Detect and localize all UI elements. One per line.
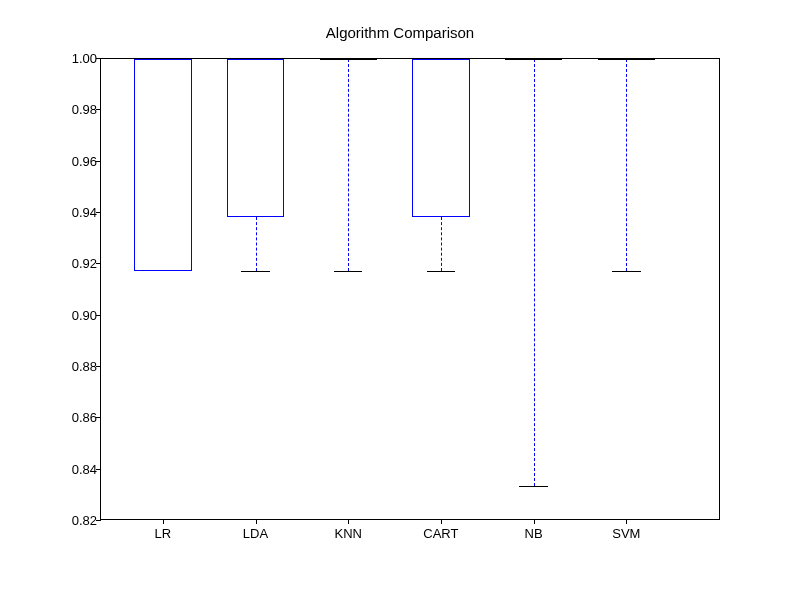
x-tick-label: LR bbox=[154, 526, 171, 541]
whisker-knn-low bbox=[348, 59, 349, 271]
x-tick-mark bbox=[534, 519, 535, 524]
y-tick-label: 0.98 bbox=[72, 102, 97, 117]
whisker-svm-low bbox=[626, 59, 627, 271]
y-tick-label: 0.90 bbox=[72, 307, 97, 322]
x-tick-mark bbox=[441, 519, 442, 524]
cap-knn-low bbox=[334, 271, 362, 272]
chart-title: Algorithm Comparison bbox=[326, 24, 474, 41]
whisker-nb-low bbox=[534, 59, 535, 486]
box-nb-collapsed bbox=[505, 59, 562, 60]
cap-lda-low bbox=[241, 271, 269, 272]
x-tick-label: CART bbox=[423, 526, 458, 541]
x-tick-mark bbox=[256, 519, 257, 524]
x-tick-label: KNN bbox=[334, 526, 361, 541]
y-tick-label: 0.94 bbox=[72, 204, 97, 219]
cap-nb-low bbox=[519, 486, 547, 487]
whisker-lda-low bbox=[256, 217, 257, 271]
whisker-cart-low bbox=[441, 217, 442, 271]
x-tick-mark bbox=[348, 519, 349, 524]
y-tick-label: 0.92 bbox=[72, 256, 97, 271]
x-tick-label: SVM bbox=[612, 526, 640, 541]
box-cart bbox=[412, 59, 469, 217]
x-tick-mark bbox=[163, 519, 164, 524]
cap-svm-low bbox=[612, 271, 640, 272]
x-tick-label: NB bbox=[525, 526, 543, 541]
box-lr bbox=[134, 59, 191, 271]
y-tick-label: 0.82 bbox=[72, 513, 97, 528]
cap-cart-low bbox=[427, 271, 455, 272]
y-axis: 0.82 0.84 0.86 0.88 0.90 0.92 0.94 0.96 … bbox=[0, 58, 100, 520]
plot-area: LR LDA KNN CART NB SVM bbox=[100, 58, 720, 520]
y-tick-label: 0.86 bbox=[72, 410, 97, 425]
x-tick-label: LDA bbox=[243, 526, 268, 541]
y-tick-label: 0.96 bbox=[72, 153, 97, 168]
chart-container: Algorithm Comparison 0.82 0.84 0.86 0.88… bbox=[0, 0, 800, 600]
y-tick-label: 1.00 bbox=[72, 51, 97, 66]
y-tick-mark bbox=[96, 520, 101, 521]
y-tick-label: 0.88 bbox=[72, 359, 97, 374]
box-svm-collapsed bbox=[598, 59, 655, 60]
box-knn-collapsed bbox=[320, 59, 377, 60]
box-lda bbox=[227, 59, 284, 217]
x-tick-mark bbox=[626, 519, 627, 524]
y-tick-label: 0.84 bbox=[72, 461, 97, 476]
